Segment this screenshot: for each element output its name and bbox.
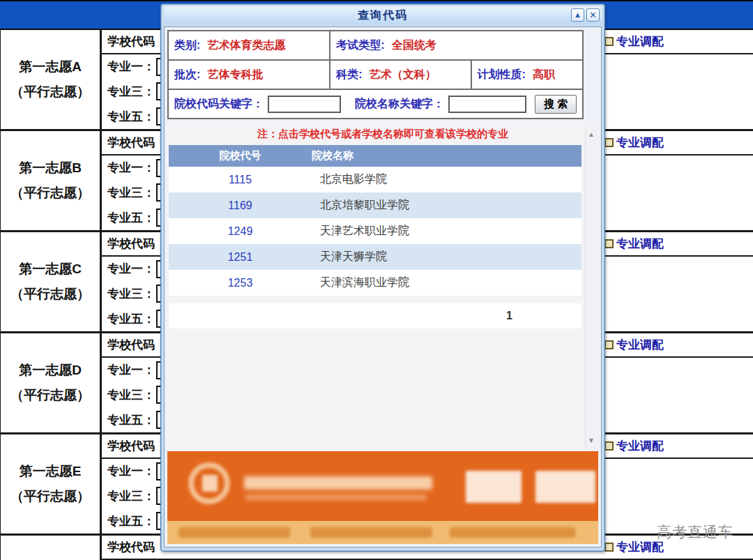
college-code-link[interactable]: 1253 xyxy=(169,270,312,296)
ad-blurred-text xyxy=(310,527,432,538)
college-name-link[interactable]: 天津天狮学院 xyxy=(312,244,581,270)
scroll-down-icon[interactable]: ▼ xyxy=(586,437,597,444)
allocation-label: 专业调配 xyxy=(616,135,664,151)
volunteer-group-name: 第一志愿D xyxy=(19,358,82,383)
college-name-link[interactable]: 天津艺术职业学院 xyxy=(312,218,581,244)
major5-label: 专业五： xyxy=(107,412,155,428)
volunteer-group-name: 第一志愿B xyxy=(19,156,82,181)
ad-banner[interactable] xyxy=(167,451,598,544)
subject-value: 艺术（文科） xyxy=(370,68,436,80)
ad-blurred-text xyxy=(450,527,575,538)
allocation-checkbox[interactable] xyxy=(604,37,614,46)
allocation-row: 专业调配 xyxy=(603,30,753,54)
ad-logo xyxy=(188,462,230,504)
allocation-label: 专业调配 xyxy=(616,236,664,252)
allocation-checkbox[interactable] xyxy=(604,239,614,248)
ad-blurred-number xyxy=(535,471,595,503)
volunteer-group-label: 第一志愿A （平行志愿） xyxy=(0,30,102,129)
header-college-code: 院校代号 xyxy=(169,145,312,167)
major5-label: 专业五： xyxy=(107,210,155,226)
college-row: 1115 北京电影学院 xyxy=(169,167,581,192)
college-code-link[interactable]: 1115 xyxy=(169,167,312,192)
volunteer-group-name: 第一志愿C xyxy=(19,257,82,282)
major1-label: 专业一： xyxy=(107,362,155,378)
volunteer-group-subtitle: （平行志愿） xyxy=(10,484,90,509)
volunteer-group-label: 第一志愿D （平行志愿） xyxy=(0,333,102,432)
major5-label: 专业五： xyxy=(107,513,155,529)
dialog-titlebar[interactable]: 查询代码 ▲ ✕ xyxy=(164,6,602,24)
volunteer-group-label xyxy=(0,536,102,560)
volunteer-group-label: 第一志愿B （平行志愿） xyxy=(0,131,102,230)
query-code-dialog: 查询代码 ▲ ✕ 类别: 艺术体育类志愿 考试类型: 全国统考 xyxy=(160,3,605,552)
college-code-link[interactable]: 1169 xyxy=(169,192,312,218)
major3-label: 专业三： xyxy=(107,387,155,403)
minimize-icon: ▲ xyxy=(574,11,581,19)
college-row: 1169 北京培黎职业学院 xyxy=(169,192,581,218)
name-keyword-label: 院校名称关键字： xyxy=(355,97,444,112)
results-panel: 注：点击学校代号或者学校名称即可查看该学校的专业 院校代号 院校名称 1115 … xyxy=(167,123,598,452)
allocation-checkbox[interactable] xyxy=(604,340,614,349)
allocation-row: 专业调配 xyxy=(603,131,753,156)
volunteer-group-label: 第一志愿C （平行志愿） xyxy=(0,232,102,331)
exam-type-value: 全国统考 xyxy=(392,39,436,51)
dialog-title: 查询代码 xyxy=(358,8,408,23)
ad-blurred-number xyxy=(466,471,522,503)
close-button[interactable]: ✕ xyxy=(586,8,600,22)
plan-nature-label: 计划性质: xyxy=(478,68,526,80)
allocation-label: 专业调配 xyxy=(616,438,664,454)
plan-nature-value: 高职 xyxy=(533,68,555,80)
close-icon: ✕ xyxy=(589,10,597,20)
college-code-link[interactable]: 1249 xyxy=(169,218,312,244)
allocation-row: 专业调配 xyxy=(603,333,753,358)
allocation-label: 专业调配 xyxy=(616,33,664,50)
ad-blurred-text xyxy=(244,476,432,490)
code-keyword-label: 院校代码关键字： xyxy=(174,97,264,112)
code-keyword-input[interactable] xyxy=(268,96,341,113)
results-scrollbar[interactable]: ▲ ▼ xyxy=(585,125,597,450)
college-row: 1251 天津天狮学院 xyxy=(169,244,581,270)
hint-note: 注：点击学校代号或者学校名称即可查看该学校的专业 xyxy=(167,123,598,141)
major1-label: 专业一： xyxy=(107,261,155,277)
college-name-link[interactable]: 北京电影学院 xyxy=(312,167,581,192)
batch-label: 批次: xyxy=(174,68,200,80)
major5-label: 专业五： xyxy=(107,311,155,327)
volunteer-group-subtitle: （平行志愿） xyxy=(10,282,90,307)
subject-label: 科类: xyxy=(336,68,362,80)
volunteer-group-subtitle: （平行志愿） xyxy=(10,181,90,206)
allocation-checkbox[interactable] xyxy=(604,138,614,147)
college-name-link[interactable]: 北京培黎职业学院 xyxy=(312,192,581,218)
ad-blurred-text xyxy=(245,494,427,500)
minimize-button[interactable]: ▲ xyxy=(571,8,584,22)
exam-type-label: 考试类型: xyxy=(336,39,384,51)
college-row: 1253 天津滨海职业学院 xyxy=(169,270,581,296)
college-name-link[interactable]: 天津滨海职业学院 xyxy=(312,270,581,296)
major3-label: 专业三： xyxy=(107,185,155,201)
volunteer-group-subtitle: （平行志愿） xyxy=(10,383,90,408)
volunteer-group-name: 第一志愿A xyxy=(19,54,82,80)
major5-label: 专业五： xyxy=(107,109,155,125)
allocation-checkbox[interactable] xyxy=(604,441,614,451)
ad-blurred-text xyxy=(178,527,290,538)
major1-label: 专业一： xyxy=(107,463,155,479)
allocation-row: 专业调配 xyxy=(603,232,753,257)
scroll-up-icon[interactable]: ▲ xyxy=(586,130,597,138)
category-label: 类别: xyxy=(174,39,200,51)
major3-label: 专业三： xyxy=(107,84,155,100)
college-code-link[interactable]: 1251 xyxy=(169,244,312,270)
filter-info-table: 类别: 艺术体育类志愿 考试类型: 全国统考 批次: 艺体专科批 科类: 艺术（… xyxy=(167,30,584,119)
batch-value: 艺体专科批 xyxy=(208,68,264,80)
dialog-body: 类别: 艺术体育类志愿 考试类型: 全国统考 批次: 艺体专科批 科类: 艺术（… xyxy=(164,27,602,547)
pagination: 1 xyxy=(169,303,581,328)
volunteer-group-subtitle: （平行志愿） xyxy=(10,80,90,105)
major3-label: 专业三： xyxy=(107,286,155,302)
major3-label: 专业三： xyxy=(107,488,155,504)
category-value: 艺术体育类志愿 xyxy=(208,39,286,51)
allocation-checkbox[interactable] xyxy=(604,543,614,552)
header-college-name: 院校名称 xyxy=(312,145,581,167)
watermark: 高考直通车 xyxy=(657,522,733,542)
allocation-row: 专业调配 xyxy=(603,434,753,459)
search-button[interactable]: 搜 索 xyxy=(535,95,577,114)
page-current: 1 xyxy=(506,310,512,322)
name-keyword-input[interactable] xyxy=(448,96,526,113)
college-results-table: 院校代号 院校名称 1115 北京电影学院 1169 北京培黎职业学院 1249… xyxy=(169,145,581,296)
